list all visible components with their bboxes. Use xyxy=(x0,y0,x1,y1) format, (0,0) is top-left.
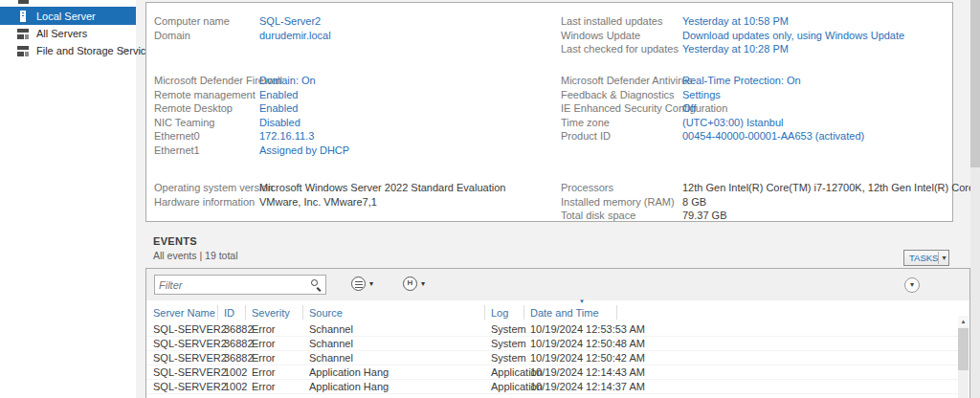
cell-log: System xyxy=(491,338,526,349)
cell-date-time: 10/19/2024 12:50:42 AM xyxy=(530,352,645,364)
property-label: Microsoft Defender Antivirus xyxy=(561,74,682,88)
cell-date-time: 10/19/2024 12:50:48 AM xyxy=(530,338,645,349)
sidebar-item-label: File and Storage Services xyxy=(36,45,157,56)
property-value-link[interactable]: 00454-40000-00001-AA653 (activated) xyxy=(682,129,864,144)
event-row[interactable]: SQL-SERVER2 1002 Error Application Hang … xyxy=(146,365,958,380)
property-value-link[interactable]: Domain: On xyxy=(259,74,316,88)
cell-source: Application Hang xyxy=(309,366,389,378)
filter-input[interactable] xyxy=(155,279,309,291)
filter-menu-button[interactable]: ▾ xyxy=(351,276,373,291)
chevron-down-icon: ▾ xyxy=(369,279,373,288)
cell-source: Schannel xyxy=(309,352,353,364)
property-value: 12th Gen Intel(R) Core(TM) i7-12700K, 12… xyxy=(682,181,980,195)
event-row[interactable]: SQL-SERVER2 1002 Error Application Hang … xyxy=(146,380,958,394)
column-header-source[interactable]: Source xyxy=(309,307,343,319)
property-value-link[interactable]: Settings xyxy=(682,88,721,102)
cell-source: Schannel xyxy=(309,323,353,335)
cell-server-name: SQL-SERVER2 xyxy=(153,381,227,392)
property-label: Windows Update xyxy=(561,29,682,43)
property-value-link[interactable]: Real-Time Protection: On xyxy=(682,74,801,88)
chevron-down-icon: ▾ xyxy=(421,279,425,288)
property-value-link[interactable]: Yesterday at 10:28 PM xyxy=(682,42,789,56)
cell-server-name: SQL-SERVER2 xyxy=(153,323,227,335)
cell-date-time: 10/19/2024 12:14:37 AM xyxy=(530,381,645,392)
sidebar-item-label: Local Server xyxy=(36,11,96,22)
sidebar-item-partial[interactable] xyxy=(0,0,136,7)
servers-icon xyxy=(17,28,29,39)
column-header-server-name[interactable]: Server Name xyxy=(153,307,215,319)
cell-source: Schannel xyxy=(309,338,353,349)
cell-source: Application Hang xyxy=(309,381,389,392)
property-label: Hardware information xyxy=(154,195,259,210)
property-value-link[interactable]: Assigned by DHCP xyxy=(259,144,349,158)
property-label: NIC Teaming xyxy=(154,116,259,130)
property-label: Last checked for updates xyxy=(561,42,682,56)
property-label: Ethernet1 xyxy=(154,144,259,158)
expand-chevron-icon[interactable]: ▷ xyxy=(122,45,128,55)
property-value-link[interactable]: Disabled xyxy=(259,116,301,130)
filter-box xyxy=(154,275,326,295)
column-header-date-time[interactable]: Date and Time xyxy=(530,307,599,319)
tasks-dropdown-button[interactable]: TASKS ▾ xyxy=(903,250,949,266)
events-scrollbar-thumb[interactable] xyxy=(958,328,969,370)
cell-log: System xyxy=(491,323,526,335)
tasks-label: TASKS xyxy=(909,253,938,263)
properties-group: Processors12th Gen Intel(R) Core(TM) i7-… xyxy=(561,181,980,223)
filter-menu-icon xyxy=(351,276,366,291)
column-header-id[interactable]: ID xyxy=(224,307,234,319)
events-table-body: SQL-SERVER2 36882 Error Schannel System … xyxy=(146,322,958,394)
sidebar-item-file-storage-services[interactable]: File and Storage Services ▷ xyxy=(0,42,136,59)
property-label: Remote Desktop xyxy=(154,101,259,116)
properties-group: Microsoft Defender FirewallDomain: On Re… xyxy=(154,74,349,157)
events-section-title: EVENTS xyxy=(153,235,197,247)
sidebar-item-all-servers[interactable]: All Servers xyxy=(0,25,136,42)
events-table-header: ▼ Server Name ID Severity Source Log Dat… xyxy=(146,304,958,321)
events-toolbar: ▾ H ▾ ▾ xyxy=(146,269,969,300)
property-value-link[interactable]: Enabled xyxy=(259,88,298,102)
cell-id: 36882 xyxy=(224,338,254,349)
sort-descending-icon: ▼ xyxy=(579,298,585,304)
property-value-link[interactable]: Download updates only, using Windows Upd… xyxy=(682,29,904,43)
main-scrollbar-thumb[interactable] xyxy=(970,0,980,167)
cell-severity: Error xyxy=(252,381,275,392)
main-scrollbar[interactable] xyxy=(970,0,980,398)
property-value-link[interactable]: durudemir.local xyxy=(259,29,331,43)
properties-group: Computer nameSQL-Server2 Domaindurudemir… xyxy=(154,14,331,42)
cell-severity: Error xyxy=(252,323,275,335)
chevron-down-icon: ▾ xyxy=(938,252,946,264)
scroll-up-arrow-icon[interactable]: ▴ xyxy=(958,316,969,327)
property-label: IE Enhanced Security Configuration xyxy=(561,101,682,116)
saved-filters-button[interactable]: H ▾ xyxy=(403,276,425,291)
storage-services-icon xyxy=(17,45,29,56)
property-value-link[interactable]: Off xyxy=(682,101,696,116)
property-value-link[interactable]: Enabled xyxy=(259,101,298,116)
property-label: Feedback & Diagnostics xyxy=(561,88,682,102)
property-value-link[interactable]: Yesterday at 10:58 PM xyxy=(682,14,789,29)
property-label: Remote management xyxy=(154,88,259,102)
property-label: Time zone xyxy=(561,116,682,130)
properties-group: Operating system versionMicrosoft Window… xyxy=(154,181,505,209)
cell-id: 36882 xyxy=(224,323,254,335)
event-row[interactable]: SQL-SERVER2 36882 Error Schannel System … xyxy=(146,351,958,365)
property-value-link[interactable]: 172.16.11.3 xyxy=(259,129,314,144)
property-label: Computer name xyxy=(154,14,259,29)
property-label: Total disk space xyxy=(561,209,682,223)
property-value: VMware, Inc. VMware7,1 xyxy=(259,195,377,210)
sidebar-item-label: All Servers xyxy=(36,28,87,39)
property-value-link[interactable]: SQL-Server2 xyxy=(259,14,321,29)
sidebar-item-local-server[interactable]: Local Server xyxy=(0,7,136,25)
search-icon[interactable] xyxy=(309,278,323,292)
event-row[interactable]: SQL-SERVER2 36882 Error Schannel System … xyxy=(146,337,958,351)
property-value: 8 GB xyxy=(682,195,706,210)
collapse-tile-button[interactable]: ▾ xyxy=(904,277,920,293)
local-server-icon xyxy=(17,11,29,22)
cell-date-time: 10/19/2024 12:53:53 AM xyxy=(530,323,645,335)
property-label: Operating system version xyxy=(154,181,259,195)
column-header-severity[interactable]: Severity xyxy=(252,307,290,319)
event-row[interactable]: SQL-SERVER2 36882 Error Schannel System … xyxy=(146,322,958,337)
saved-filters-icon: H xyxy=(403,276,417,291)
property-value-link[interactable]: (UTC+03:00) Istanbul xyxy=(682,116,783,130)
column-header-log[interactable]: Log xyxy=(491,307,508,319)
property-value: Microsoft Windows Server 2022 Standard E… xyxy=(259,181,505,195)
property-value: 79.37 GB xyxy=(682,209,726,223)
